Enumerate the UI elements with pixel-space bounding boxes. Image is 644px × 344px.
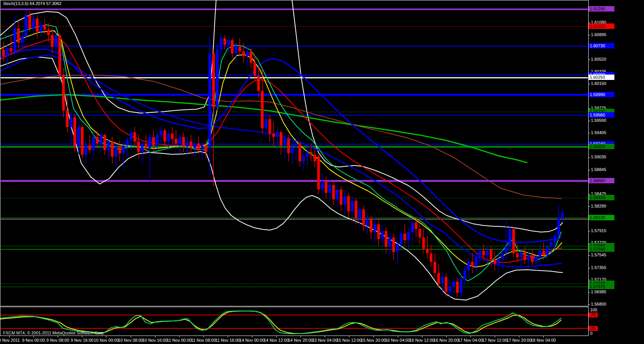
time-axis-tick-mark <box>543 336 544 337</box>
candle-body <box>486 249 489 255</box>
time-axis-label: 17 Nov 20:00 <box>506 338 531 342</box>
candle-body <box>257 76 260 91</box>
candle-body <box>445 277 447 292</box>
candle-body <box>17 28 20 43</box>
time-axis-label: 14 Nov 12:00 <box>264 338 289 342</box>
candle-body <box>25 15 27 37</box>
candle-body <box>542 251 545 255</box>
candle-body <box>32 18 35 28</box>
candle-body <box>430 253 432 262</box>
price-axis-tick-label: 1.60520 <box>591 57 606 61</box>
candle-body <box>21 36 23 43</box>
candle-body <box>85 145 87 155</box>
candle-body <box>88 145 91 150</box>
main-chart-canvas[interactable] <box>0 0 588 306</box>
time-axis-tick-mark <box>495 336 495 337</box>
time-axis-tick-mark <box>470 336 471 337</box>
candle-body <box>171 134 174 139</box>
price-axis-tick-label: 1.57355 <box>591 265 606 270</box>
price-tag: 1.58680 <box>589 178 614 183</box>
time-axis-label: 11 Nov 08:00 <box>191 338 216 342</box>
candle-body <box>554 236 556 242</box>
candle-body <box>295 143 297 147</box>
candle-body <box>419 229 421 238</box>
candle-body <box>374 224 376 233</box>
candle-body <box>497 259 500 264</box>
candle-body <box>494 260 496 264</box>
candle-body <box>490 249 492 260</box>
candle-body <box>209 53 211 148</box>
time-axis-label: 15 Nov 12:00 <box>337 338 362 342</box>
candle-body <box>306 152 309 157</box>
candle-body <box>550 242 552 247</box>
time-axis-label: 15 Nov 04:00 <box>312 338 337 342</box>
time-axis-tick-mark <box>398 336 398 337</box>
time-axis-tick-mark <box>58 336 58 337</box>
time-axis-label: 10 Nov 16:00 <box>142 338 167 342</box>
candle-body <box>137 141 140 152</box>
candle-body <box>512 229 515 253</box>
candle-body <box>404 234 406 240</box>
candle-body <box>452 282 455 286</box>
time-axis-tick-mark <box>276 336 277 337</box>
candle-body <box>366 219 369 226</box>
candle-body <box>96 137 98 143</box>
candle-body <box>115 147 117 157</box>
time-axis-label: 17 Nov 12:00 <box>482 338 507 342</box>
candle-body <box>355 201 357 218</box>
time-axis-tick-mark <box>33 336 34 337</box>
time-axis-tick-mark <box>179 336 180 337</box>
candles <box>2 10 564 298</box>
candle-body <box>55 35 57 47</box>
candle-body <box>287 139 290 153</box>
time-axis-tick-mark <box>446 336 447 337</box>
candle-body <box>156 135 158 145</box>
candle-body <box>2 50 5 56</box>
candle-body <box>557 218 560 236</box>
price-tag: 1.59990 <box>589 92 614 97</box>
candle-body <box>141 143 143 152</box>
candle-body <box>509 229 511 247</box>
candle-body <box>381 231 384 239</box>
price-axis-tick-mark <box>589 304 590 305</box>
candle-body <box>197 143 200 150</box>
time-axis-label: 16 Nov 20:00 <box>434 338 459 342</box>
candle-body <box>73 117 76 147</box>
time-axis-label: 10 Nov 08:00 <box>118 338 143 342</box>
candle-body <box>456 282 459 293</box>
candle-body <box>242 52 245 56</box>
candle-body <box>524 252 526 260</box>
candle-body <box>336 189 339 199</box>
candle-body <box>175 139 177 143</box>
candle-body <box>145 143 147 148</box>
candle-body <box>527 255 530 260</box>
stoch-level-25-tag: 25 <box>589 326 598 331</box>
candle-body <box>479 251 481 257</box>
time-axis-label: 17 Nov 04:00 <box>458 338 483 342</box>
price-axis-tick-label: 1.58845 <box>591 167 606 172</box>
candle-body <box>152 137 155 145</box>
price-axis-tick-mark <box>589 133 590 133</box>
candle-body <box>269 119 271 134</box>
time-axis-tick-mark <box>374 336 374 337</box>
bollinger-upper-right <box>291 0 563 232</box>
candle-body <box>392 238 395 252</box>
price-axis[interactable]: 1.610801.608951.607101.605201.603351.601… <box>589 0 644 336</box>
candle-body <box>77 127 80 147</box>
time-axis-tick-mark <box>422 336 422 337</box>
candle-body <box>351 201 354 211</box>
time-axis[interactable]: 8 Nov 20119 Nov 00:009 Nov 08:009 Nov 16… <box>0 336 644 344</box>
price-axis-tick-mark <box>589 170 590 170</box>
candle-body <box>227 40 230 45</box>
candle-body <box>40 25 42 32</box>
candle-body <box>321 181 324 189</box>
time-axis-tick-mark <box>131 336 131 337</box>
candle-body <box>231 40 234 53</box>
price-axis-tick-mark <box>589 121 590 121</box>
candle-body <box>396 244 399 252</box>
time-axis-tick-mark <box>106 336 107 337</box>
time-axis-label: 8 Nov 2011 <box>0 338 20 342</box>
price-axis-tick-label: 1.59590 <box>591 118 606 123</box>
time-axis-tick-mark <box>252 336 252 337</box>
main-chart[interactable] <box>0 0 589 306</box>
